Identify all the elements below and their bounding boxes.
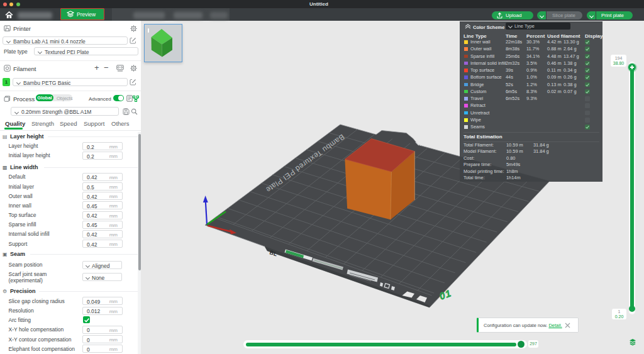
svg-text:BL: BL — [269, 249, 278, 257]
